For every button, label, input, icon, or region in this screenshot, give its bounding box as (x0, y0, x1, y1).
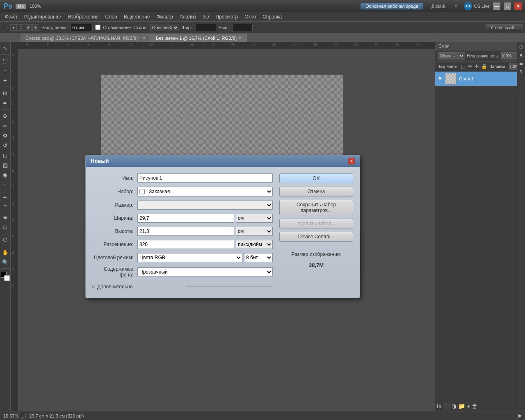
lock-brush-icon[interactable]: ✏ (468, 64, 472, 69)
refine-edge-button[interactable]: Уточн. край... (486, 24, 523, 31)
tool-text[interactable]: T (1, 203, 10, 212)
tool-clone[interactable]: ✿ (1, 131, 10, 140)
right-icon-3[interactable]: ☰ (518, 60, 525, 66)
right-icon-4[interactable]: ¶ (518, 68, 525, 75)
mode-btn4[interactable]: ⊖ (32, 24, 39, 31)
width-label: Шир.: (182, 25, 193, 30)
color-mode-select[interactable]: Цвета RGB Оттенки серого CMYK (137, 253, 242, 262)
layer-item[interactable]: 👁 Слой 1 (435, 72, 517, 86)
background-color[interactable] (4, 275, 10, 281)
lock-move-icon[interactable]: ✛ (475, 64, 479, 69)
tab-1[interactable]: Слезки.psd @ 33,3% (СЛЕЗА НАТУРАЛЬНАЯ, R… (21, 34, 151, 42)
resolution-input[interactable] (137, 240, 234, 249)
workspace-button[interactable]: Основная рабочая среда (361, 3, 423, 9)
color-depth-select[interactable]: 8 бит 16 бит 32 бит (244, 253, 273, 262)
bg-content-select[interactable]: Прозрачный Белый Черный (137, 267, 273, 276)
tool-move[interactable]: ↖ (1, 43, 10, 52)
expand-icon: » (455, 3, 458, 9)
tool-blur[interactable]: ◉ (1, 170, 10, 179)
opacity-input[interactable] (501, 52, 517, 59)
mode-btn3[interactable]: ⊕ (25, 24, 32, 31)
tool-pen[interactable]: ✒ (1, 193, 10, 202)
tab-2[interactable]: Без имени-1 @ 16,7% (Слой 1, RGB/8) ✕ (151, 34, 247, 42)
lock-transparent-icon[interactable]: ⬚ (461, 64, 466, 69)
name-input[interactable] (137, 173, 273, 183)
tab-2-close[interactable]: ✕ (238, 36, 242, 40)
tool-crop[interactable]: ⊞ (1, 89, 10, 98)
menu-3d[interactable]: 3D (199, 13, 212, 21)
layer-delete-button[interactable]: 🗑 (472, 403, 477, 409)
ok-button[interactable]: OK (279, 173, 353, 183)
blend-mode-select[interactable]: Обычные (438, 52, 465, 59)
preset-label: Набор: (92, 189, 137, 194)
layer-fx-button[interactable]: fx (437, 403, 441, 409)
width-input[interactable] (137, 214, 234, 223)
layer-group-button[interactable]: 📁 (458, 403, 465, 409)
maximize-button[interactable]: □ (504, 2, 511, 10)
preset-select[interactable]: Заказная (147, 187, 272, 196)
eye-icon[interactable]: 👁 (438, 76, 443, 82)
device-central-button[interactable]: Device Central... (279, 232, 353, 242)
size-label: Размер: (92, 202, 137, 208)
menu-file[interactable]: Файл (2, 13, 21, 21)
tool-marquee[interactable]: ⬚ (1, 56, 10, 65)
mb-button[interactable]: Mb (16, 4, 26, 9)
cancel-button[interactable]: Отмена (279, 187, 353, 196)
menu-select[interactable]: Выделение (121, 13, 153, 21)
close-button[interactable]: ✕ (514, 2, 522, 10)
menu-window[interactable]: Окно (241, 13, 259, 21)
tool-magic-wand[interactable]: ✦ (1, 76, 10, 85)
minimize-button[interactable]: — (493, 2, 500, 10)
tool-3d[interactable]: ⬡ (1, 235, 10, 244)
height-unit-select[interactable]: см пикс. мм дюйм (236, 227, 273, 236)
layer-mask-button[interactable]: ⬛ (443, 403, 450, 409)
right-icon-1[interactable]: ⬡ (518, 43, 525, 50)
layer-new-button[interactable]: + (467, 403, 470, 409)
menu-view[interactable]: Просмотр (212, 13, 241, 21)
menu-help[interactable]: Справка (259, 13, 285, 21)
tool-eraser[interactable]: ◻ (1, 151, 10, 160)
width-unit-select[interactable]: см пикс. мм дюйм (236, 214, 273, 223)
delete-preset-button[interactable]: Удалить набор... (279, 219, 353, 228)
scroll-right[interactable]: ▶ (518, 413, 522, 418)
dialog-close-button[interactable]: ✕ (348, 158, 355, 164)
style-select[interactable]: Обычный (150, 24, 179, 31)
menu-edit[interactable]: Редактирование (21, 13, 64, 21)
tool-lasso[interactable]: ⌓ (1, 66, 10, 75)
menu-analyze[interactable]: Анализ (176, 13, 200, 21)
document-info: 29,7 см х 21,3 см (320 ppi) (29, 413, 84, 418)
height-input[interactable] (232, 24, 253, 31)
tool-healing[interactable]: ⊕ (1, 111, 10, 120)
dialog-body: Имя: Набор: Заказная (86, 167, 360, 298)
menu-filter[interactable]: Фильтр (153, 13, 176, 21)
resolution-unit-select[interactable]: пикс/дюйм пикс/см (236, 240, 273, 249)
size-select[interactable] (137, 201, 273, 210)
tool-gradient[interactable]: ▨ (1, 160, 10, 169)
tool-hand[interactable]: ✋ (1, 248, 10, 257)
mode-btn1[interactable]: ■ (10, 24, 17, 31)
lock-label: Закрепить: (438, 64, 459, 69)
tool-path-select[interactable]: ◈ (1, 212, 10, 221)
height-input[interactable] (137, 227, 234, 236)
preset-checkbox[interactable] (139, 187, 145, 196)
design-button[interactable]: Дизайн (427, 3, 452, 9)
tool-eyedropper[interactable]: ✒ (1, 98, 10, 107)
feather-input[interactable] (70, 24, 93, 31)
tool-brush[interactable]: ✏ (1, 121, 10, 130)
menu-layers[interactable]: Слои (102, 13, 121, 21)
right-icon-2[interactable]: A (518, 52, 525, 58)
cs-live[interactable]: Cs CS Live (464, 2, 490, 10)
lock-all-icon[interactable]: 🔒 (481, 64, 487, 69)
tool-dodge[interactable]: ○ (1, 180, 10, 189)
menu-image[interactable]: Изображение (64, 13, 102, 21)
width-input[interactable] (196, 24, 216, 31)
mode-btn2[interactable]: □ (18, 24, 24, 31)
anti-alias-checkbox[interactable] (95, 25, 100, 30)
color-swatches[interactable] (1, 272, 10, 281)
tab-1-close[interactable]: ✕ (142, 36, 146, 40)
save-preset-button[interactable]: Сохранить набор параметров... (279, 200, 353, 215)
tool-shape[interactable]: □ (1, 222, 10, 231)
tool-history[interactable]: ↺ (1, 141, 10, 150)
layer-adjust-button[interactable]: ◑ (452, 403, 457, 409)
tool-zoom[interactable]: 🔍 (1, 258, 10, 267)
